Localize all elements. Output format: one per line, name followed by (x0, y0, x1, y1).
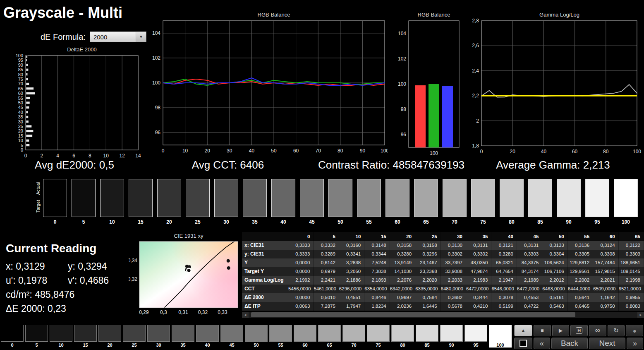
pattern-swatch-75[interactable]: 75 (367, 325, 390, 348)
svg-text:85: 85 (18, 67, 23, 72)
table-row-label: Gamma Log/Log (242, 276, 288, 285)
pattern-swatch-5[interactable]: 5 (25, 325, 48, 348)
swatch-label: 50 (245, 343, 268, 348)
de-formula-dropdown[interactable]: 2000 ▼ (90, 31, 146, 42)
deltae-bar-85 (26, 68, 29, 71)
current-reading-values: x: 0,3129y: 0,3294u': 0,1978v': 0,4686cd… (6, 261, 109, 317)
table-cell: 7,3838 (364, 267, 390, 276)
cie-chart-plot: 0,290,30,310,320,330,340,32 (129, 239, 241, 318)
swatch-label: 55 (357, 219, 381, 225)
table-column-header: 15 (364, 232, 390, 241)
deltae-bar-45 (26, 106, 29, 109)
swatch-color (98, 325, 121, 342)
reading-row: u': 0,1978v': 0,4686 (6, 275, 109, 289)
pattern-swatch-65[interactable]: 65 (318, 325, 341, 348)
pattern-swatch-40[interactable]: 40 (196, 325, 219, 348)
first-pattern-button[interactable]: « (534, 338, 550, 349)
table-corner-cell (242, 232, 288, 241)
swatch-label: 85 (528, 219, 552, 225)
pattern-swatch-20[interactable]: 20 (98, 325, 121, 348)
last-pattern-button[interactable]: » (627, 338, 643, 349)
svg-text:102: 102 (152, 55, 160, 61)
scroll-right-icon[interactable]: ► (637, 312, 644, 318)
gamma-chart-plot: 0204060801001,822,22,42,62,8 (463, 18, 644, 156)
swatch-color (414, 179, 438, 217)
pattern-swatch-10[interactable]: 10 (50, 325, 72, 348)
record-button[interactable]: ● (626, 325, 643, 336)
hold-icon: H (576, 327, 582, 334)
swatch-label: 65 (414, 219, 438, 225)
pattern-swatch-55[interactable]: 55 (269, 325, 292, 348)
control-up-button[interactable]: ▲ (514, 325, 532, 336)
pattern-swatch-35[interactable]: 35 (172, 325, 194, 348)
loop-forever-button[interactable]: ∞ (589, 325, 606, 336)
hold-button[interactable]: H (570, 325, 588, 336)
pattern-swatch-60[interactable]: 60 (294, 325, 316, 348)
table-cell: 0,3136 (568, 241, 593, 250)
swatch-label: 45 (300, 219, 324, 225)
swatch-color (328, 179, 352, 217)
pattern-window-button[interactable] (514, 338, 532, 349)
scrollbar-track[interactable] (249, 312, 637, 318)
table-scrollbar[interactable]: ◄ ► (242, 312, 644, 318)
pattern-swatch-0[interactable]: 0 (1, 325, 24, 348)
pattern-swatch-85[interactable]: 85 (416, 325, 438, 348)
table-cell: 7,5248 (364, 258, 390, 267)
table-column-header: 60 (593, 232, 618, 241)
rgb-balance-line-title: RGB Balance (148, 12, 390, 18)
table-cell: 0,3148 (364, 241, 390, 250)
table-cell: 0,3444 (466, 293, 491, 302)
refresh-button[interactable]: ↻ (608, 325, 625, 336)
table-cell: 6472,0000 (466, 285, 491, 293)
swatch-label: 85 (416, 343, 438, 348)
swatch-color (172, 325, 194, 342)
swatch-label: 100 (489, 343, 512, 348)
table-cell: 5456,0000 (288, 285, 314, 293)
swatch-label: 70 (342, 343, 365, 348)
pattern-swatch-30[interactable]: 30 (147, 325, 170, 348)
pattern-swatch-45[interactable]: 45 (220, 325, 243, 348)
pattern-swatch-70[interactable]: 70 (342, 325, 365, 348)
next-button[interactable]: Next (589, 338, 625, 349)
pattern-swatch-95[interactable]: 95 (464, 325, 487, 348)
pattern-swatch-80[interactable]: 80 (391, 325, 414, 348)
navigation-row: « Back Next » (534, 338, 643, 349)
pattern-swatch-100[interactable]: 100 (489, 325, 512, 348)
reading-value: ΔE 2000: 0,23 (6, 303, 68, 317)
table-row-label: y: CIE31 (242, 250, 288, 258)
table-row: x: CIE310,33330,33320,31600,31480,31580,… (242, 241, 644, 250)
scroll-left-icon[interactable]: ◄ (242, 312, 249, 318)
grayscale-swatch-100: 100 (614, 179, 638, 225)
table-cell: 0,3133 (542, 241, 567, 250)
table-cell: 0,5678 (441, 302, 466, 311)
reading-row: ΔE 2000: 0,23 (6, 303, 109, 317)
svg-text:25: 25 (18, 124, 23, 129)
swatch-label: 95 (585, 219, 609, 225)
deltae-chart-plot: 0246810121405101520253035404550556065707… (7, 53, 144, 162)
table-cell: 3,2838 (339, 258, 364, 267)
table-cell: 7,2875 (314, 302, 339, 311)
swatch-label: 30 (147, 343, 170, 348)
grayscale-swatch-85: 85 (528, 179, 552, 225)
swatch-color (500, 179, 524, 217)
pattern-swatch-25[interactable]: 25 (123, 325, 146, 348)
scrollbar-thumb[interactable] (251, 312, 575, 317)
deltae-bar-10 (26, 139, 29, 142)
play-button[interactable]: ▶ (552, 325, 570, 336)
stop-button[interactable]: ■ (534, 325, 551, 336)
table-cell: 0,3160 (339, 241, 364, 250)
svg-text:30: 30 (227, 148, 232, 154)
pattern-swatch-15[interactable]: 15 (74, 325, 97, 348)
svg-text:2,8: 2,8 (472, 18, 479, 24)
pattern-swatch-90[interactable]: 90 (440, 325, 463, 348)
grayscale-swatch-strip: 0510152025303540455055606570758085909510… (43, 179, 638, 225)
pattern-swatch-50[interactable]: 50 (245, 325, 268, 348)
table-cell: 0,6465 (568, 302, 593, 311)
swatch-label: 35 (172, 343, 194, 348)
swatch-color (74, 325, 97, 342)
back-button[interactable]: Back (551, 338, 588, 349)
swatch-color (300, 179, 324, 217)
table-cell: 0,3303 (619, 250, 644, 258)
svg-text:2: 2 (476, 118, 479, 124)
swatch-color (245, 325, 268, 342)
